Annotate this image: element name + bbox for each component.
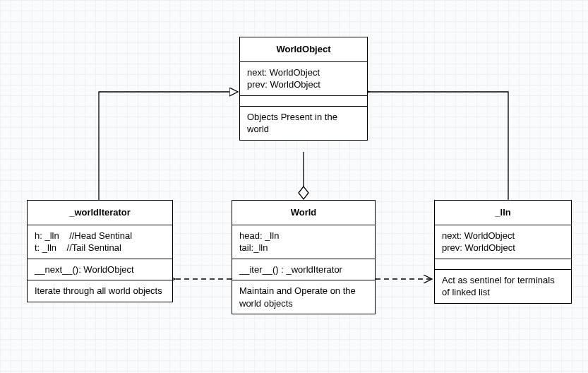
class-note: Iterate through all world objects <box>28 280 172 302</box>
attr: prev: WorldObject <box>247 78 360 91</box>
class-operations: __next__(): WorldObject <box>28 259 172 280</box>
class-attributes: h: _lln //Head Sentinal t: _lln //Tail S… <box>28 225 172 259</box>
uml-diagram: worldIterator (dashed, open arrow) --> _… <box>0 0 588 373</box>
class-name: _lln <box>435 201 571 225</box>
edge-lln-inherits-worldobject <box>369 92 508 200</box>
class-worldobject: WorldObject next: WorldObject prev: Worl… <box>239 37 368 141</box>
class-name: WorldObject <box>240 37 367 61</box>
class-attributes: next: WorldObject prev: WorldObject <box>435 225 571 259</box>
class-note: Maintain and Operate on the world object… <box>232 280 375 314</box>
class-operations <box>240 95 367 106</box>
class-name: _worldIterator <box>28 201 172 225</box>
class-lln: _lln next: WorldObject prev: WorldObject… <box>434 200 572 304</box>
attr: tail:_lln <box>239 242 368 254</box>
class-world: World head: _lln tail:_lln __iter__() : … <box>232 200 376 314</box>
attr: t: _lln //Tail Sentinal <box>35 242 165 254</box>
op: __next__(): WorldObject <box>35 264 165 276</box>
attr: next: WorldObject <box>247 66 360 79</box>
attr: h: _lln //Head Sentinal <box>35 230 165 242</box>
class-operations: __iter__() : _worldIterator <box>232 259 375 280</box>
class-name: World <box>232 201 375 225</box>
class-operations <box>435 259 571 269</box>
op: __iter__() : _worldIterator <box>239 264 368 276</box>
attr: prev: WorldObject <box>442 242 564 254</box>
edge-world-aggregates-worldobject <box>299 152 308 199</box>
class-attributes: next: WorldObject prev: WorldObject <box>240 61 367 95</box>
class-worlditerator: _worldIterator h: _lln //Head Sentinal t… <box>27 200 173 302</box>
class-note: Act as sentinel for terminals of linked … <box>435 269 571 303</box>
class-note: Objects Present in the world <box>240 106 367 140</box>
edge-worlditerator-inherits-worldobject <box>99 92 238 200</box>
attr: next: WorldObject <box>442 230 564 242</box>
attr: head: _lln <box>239 230 368 242</box>
class-attributes: head: _lln tail:_lln <box>232 225 375 259</box>
